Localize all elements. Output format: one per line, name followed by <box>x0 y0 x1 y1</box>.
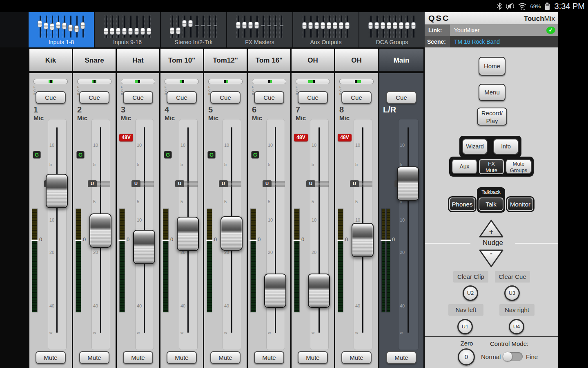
level-meter <box>381 209 385 312</box>
pan-scale-labels: LCR <box>77 85 111 89</box>
cue-button[interactable]: Cue <box>254 91 284 104</box>
mini-fader-knob <box>62 22 67 29</box>
cue-button[interactable]: Cue <box>298 91 328 104</box>
mini-fader-knob <box>339 22 343 29</box>
mini-fader-track <box>189 16 192 38</box>
level-meter <box>163 209 169 312</box>
channel-name-header: OH <box>292 49 334 72</box>
mini-fader-track <box>303 16 306 38</box>
fader-cap[interactable] <box>177 217 199 251</box>
pan-label-l: L <box>208 85 243 89</box>
cue-button[interactable]: Cue <box>79 91 109 104</box>
aux-button[interactable]: Aux <box>452 159 477 174</box>
fader-cap[interactable] <box>46 174 68 208</box>
meter-zero-tick <box>206 240 213 241</box>
tab-dca-groups[interactable]: DCA Groups <box>359 12 425 47</box>
status-bar: 69% 3:34 PM <box>0 0 588 12</box>
mute-button[interactable]: Mute <box>386 351 416 364</box>
cue-button[interactable]: Cue <box>386 91 416 104</box>
mini-fader-knob <box>176 27 180 34</box>
talk-button[interactable]: Talk <box>479 197 503 211</box>
mini-fader-track <box>110 16 114 38</box>
mini-fader-knob <box>147 28 151 35</box>
fader-cap[interactable] <box>397 166 419 201</box>
fader-cap[interactable] <box>264 274 286 308</box>
user-button-u2[interactable]: U2 <box>463 285 478 301</box>
fader-cap[interactable] <box>89 213 111 248</box>
talkback-label: Talkback <box>477 189 505 195</box>
cue-button[interactable]: Cue <box>167 91 197 104</box>
pan-scale-labels: LCR <box>208 85 243 89</box>
menu-button[interactable]: Menu <box>479 84 506 101</box>
cue-button[interactable]: Cue <box>210 91 241 104</box>
pan-indicator <box>296 79 330 84</box>
channel-strip-4-tom-10: Tom 10"LCRCue4MicG1055102040∞U0Mute <box>160 49 203 368</box>
scene-value[interactable]: TM 16 Rock Band <box>454 36 500 47</box>
nudge-up-button[interactable]: + <box>478 219 504 238</box>
mute-button[interactable]: Mute <box>123 351 153 364</box>
mute-button[interactable]: Mute <box>79 351 109 364</box>
user-button-u4[interactable]: U4 <box>509 319 524 334</box>
home-button[interactable]: Home <box>479 57 506 76</box>
battery-percent: 69% <box>530 3 541 9</box>
pan-indicator <box>208 79 243 84</box>
tab-inputs-1-8[interactable]: Inputs 1-8 <box>29 12 94 47</box>
mini-fader-knob <box>242 22 247 29</box>
zero-button[interactable]: 0 <box>458 348 475 366</box>
tab-stereo-in-2-trk[interactable]: Stereo In/2-Trk <box>161 12 226 47</box>
mute-button[interactable]: Mute <box>36 351 66 364</box>
nudge-down-button[interactable]: - <box>478 249 504 268</box>
cue-button[interactable]: Cue <box>36 91 66 104</box>
channel-strip-6-tom-16: Tom 16"LCRCue6MicG1055102040∞U0Mute <box>248 49 290 368</box>
mute-groups-button[interactable]: Mute Groups <box>506 159 532 174</box>
pan-center-tick <box>355 80 357 83</box>
tab-aux-outputs[interactable]: Aux Outputs <box>293 12 359 47</box>
meter-zero-tick <box>118 240 126 241</box>
cue-button[interactable]: Cue <box>123 91 153 104</box>
fx-mute-button[interactable]: FX Mute <box>479 159 504 174</box>
mute-button[interactable]: Mute <box>167 351 197 364</box>
fader-cap[interactable] <box>220 216 243 251</box>
fader-cap[interactable] <box>133 230 155 264</box>
mini-fader-knob <box>399 22 403 29</box>
record-play-button[interactable]: Record/ Play <box>477 108 507 126</box>
unity-marker: U <box>175 180 184 187</box>
mute-button[interactable]: Mute <box>341 351 372 364</box>
control-mode-label: Control Mode: <box>490 340 543 347</box>
mute-button[interactable]: Mute <box>254 351 284 364</box>
phones-button[interactable]: Phones <box>449 197 475 211</box>
mini-fader-knob <box>411 22 416 29</box>
mute-button[interactable]: Mute <box>298 351 328 364</box>
control-mode-toggle[interactable] <box>503 352 523 361</box>
mute-groups-line1: Mute <box>506 161 531 167</box>
mini-fader-knob <box>368 22 373 29</box>
tab-inputs-9-16[interactable]: Inputs 9-16 <box>95 12 160 47</box>
monitor-button[interactable]: Monitor <box>507 197 533 211</box>
meter-segments <box>382 209 385 312</box>
touchmix-screen: 69% 3:34 PM Inputs 1-8Inputs 9-16Stereo … <box>0 0 588 368</box>
info-button[interactable]: Info <box>493 139 519 155</box>
tab-mini-faders <box>170 16 217 38</box>
app-title-light: Mix <box>544 15 555 22</box>
user-button-u1[interactable]: U1 <box>457 319 473 334</box>
pan-center-tick <box>138 80 140 83</box>
pan-indicator <box>33 79 68 84</box>
meter-zero-label: 0 <box>214 236 217 242</box>
user-button-u3[interactable]: U3 <box>504 285 520 301</box>
wizard-button[interactable]: Wizard <box>462 139 488 155</box>
mixer-area: Inputs 1-8Inputs 9-16Stereo In/2-TrkFX M… <box>0 12 425 368</box>
tab-fx-masters[interactable]: FX Masters <box>227 12 292 47</box>
cue-button[interactable]: Cue <box>341 91 372 104</box>
mini-fader-knob <box>345 22 350 29</box>
mute-button[interactable]: Mute <box>210 351 241 364</box>
pan-label-l: L <box>33 85 68 89</box>
fader-cap[interactable] <box>308 274 330 308</box>
mini-fader-knob <box>314 22 319 29</box>
pan-label-l: L <box>77 85 111 89</box>
mini-fader-unity-dash <box>261 25 265 26</box>
mini-fader-knob <box>393 22 397 29</box>
qsc-logo: QSC <box>428 14 450 23</box>
fader-cap[interactable] <box>352 223 374 257</box>
fader-track <box>56 127 58 333</box>
strip-body: LCRCue7Mic48V1055102040∞U0Mute <box>292 73 334 368</box>
